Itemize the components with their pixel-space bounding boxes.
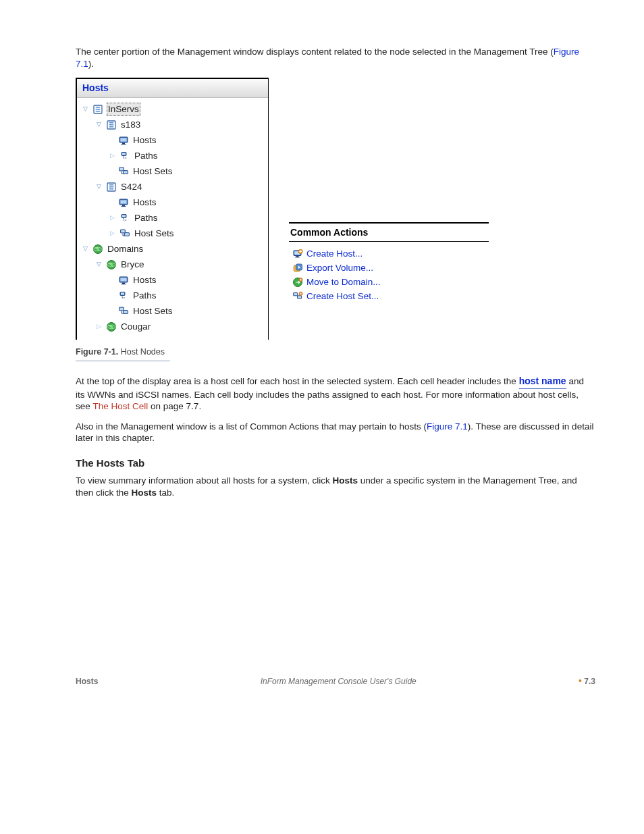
action-create-host-set[interactable]: Create Host Set... <box>292 289 489 303</box>
tree-label: Cougar <box>120 321 151 333</box>
action-export-volume[interactable]: Export Volume... <box>292 261 489 275</box>
common-actions-panel: Common Actions Create Host... Export Vol… <box>289 222 489 303</box>
section-hosts-tab-para: To view summary information about all ho… <box>76 475 595 498</box>
chevron-down-icon[interactable]: ▽ <box>95 121 103 129</box>
tree-node-s183-hosts[interactable]: Hosts <box>81 132 264 148</box>
tree-label: Paths <box>132 290 157 302</box>
tree-label: s183 <box>120 119 141 131</box>
export-volume-icon <box>292 262 304 273</box>
server-icon <box>105 119 117 130</box>
tree-node-s424[interactable]: ▽ S424 <box>81 179 264 194</box>
host-name-link[interactable]: host name <box>519 375 566 389</box>
tree-label: Paths <box>134 212 159 224</box>
tree-header: Hosts <box>77 79 268 98</box>
chevron-right-icon[interactable]: ▷ <box>108 152 116 160</box>
tree-node-s183-paths[interactable]: ▷ Paths <box>81 148 264 163</box>
page-footer: Hosts InForm Management Console User's G… <box>76 675 595 687</box>
globe-icon <box>105 321 117 332</box>
monitor-icon <box>117 134 130 146</box>
body-para-2: At the top of the display area is a host… <box>76 375 595 413</box>
tree-label: Host Sets <box>132 305 173 317</box>
tree-node-s424-hostsets[interactable]: ▷ Host Sets <box>81 226 264 241</box>
action-label: Create Host... <box>306 248 363 260</box>
figure-7-1: Hosts ▽ InServs ▽ s183 Hosts <box>76 78 595 340</box>
tree-label: Paths <box>134 150 159 162</box>
chevron-down-icon[interactable]: ▽ <box>95 183 103 191</box>
tree-node-domains[interactable]: ▽ Domains <box>81 241 264 257</box>
actions-header: Common Actions <box>289 222 489 242</box>
tree-label: S424 <box>120 181 143 193</box>
tree-node-bryce-paths[interactable]: Paths <box>81 288 264 303</box>
tree-node-bryce[interactable]: ▽ Bryce <box>81 257 264 272</box>
server-icon <box>92 103 104 115</box>
monitor-icon <box>117 197 130 208</box>
globe-icon <box>92 243 104 255</box>
action-list: Create Host... Export Volume... Move to … <box>292 246 489 303</box>
chevron-down-icon[interactable]: ▽ <box>81 105 89 113</box>
chevron-right-icon[interactable]: ▷ <box>108 230 116 238</box>
tree-node-s424-paths[interactable]: ▷ Paths <box>81 210 264 226</box>
create-host-set-icon <box>292 290 304 302</box>
path-icon <box>119 212 131 224</box>
action-create-host[interactable]: Create Host... <box>292 246 489 261</box>
tree-node-cougar[interactable]: ▷ Cougar <box>81 319 264 334</box>
action-label: Export Volume... <box>306 262 373 274</box>
tree-node-bryce-hostsets[interactable]: Host Sets <box>81 303 264 319</box>
tree-label: Domains <box>107 243 144 255</box>
action-move-to-domain[interactable]: Move to Domain... <box>292 275 489 289</box>
tree-label: Hosts <box>132 197 157 209</box>
tree-label: InServs <box>107 103 140 116</box>
hostset-icon <box>117 165 130 177</box>
tree-node-bryce-hosts[interactable]: Hosts <box>81 272 264 288</box>
path-icon <box>119 150 131 161</box>
tree-label: Host Sets <box>132 165 173 178</box>
tree-label: Hosts <box>132 134 157 147</box>
chevron-down-icon[interactable]: ▽ <box>95 261 103 269</box>
tree-label: Host Sets <box>134 228 175 240</box>
tree-node-inservs[interactable]: ▽ InServs <box>81 101 264 117</box>
body-intro: The center portion of the Management win… <box>76 46 595 70</box>
tree-label: Hosts <box>132 274 157 286</box>
body-para-3: Also in the Management window is a list … <box>76 421 595 444</box>
action-label: Move to Domain... <box>306 276 381 288</box>
move-domain-icon <box>292 276 304 288</box>
section-hosts-tab: The Hosts Tab <box>76 457 595 470</box>
chevron-right-icon[interactable]: ▷ <box>95 323 103 331</box>
chevron-down-icon[interactable]: ▽ <box>81 245 89 253</box>
globe-icon <box>105 259 117 270</box>
host-cell-xref[interactable]: The Host Cell <box>93 401 149 411</box>
path-icon <box>117 290 130 301</box>
tree-body: ▽ InServs ▽ s183 Hosts ▷ <box>81 101 264 334</box>
figure-caption: Figure 7-1. Host Nodes <box>76 346 170 361</box>
hostset-icon <box>117 305 130 317</box>
server-icon <box>105 181 117 192</box>
create-host-icon <box>292 248 304 259</box>
chevron-right-icon[interactable]: ▷ <box>108 214 116 222</box>
tree-node-s424-hosts[interactable]: Hosts <box>81 194 264 210</box>
monitor-icon <box>117 274 130 286</box>
tree-label: Bryce <box>120 259 145 271</box>
tree-node-s183[interactable]: ▽ s183 <box>81 117 264 132</box>
tree-node-s183-hostsets[interactable]: Host Sets <box>81 163 264 179</box>
hosts-tree-panel: Hosts ▽ InServs ▽ s183 Hosts <box>76 78 269 340</box>
action-label: Create Host Set... <box>306 290 379 303</box>
hostset-icon <box>119 228 131 239</box>
